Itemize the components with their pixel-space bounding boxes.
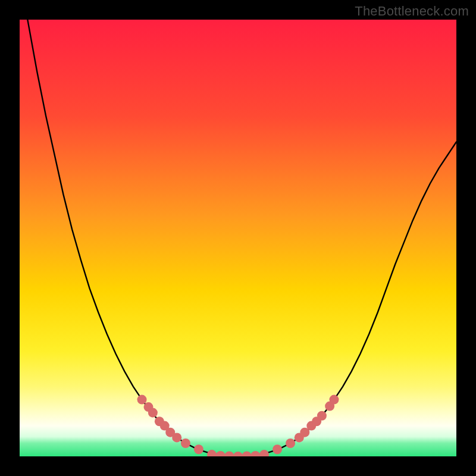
chart-frame: TheBottleneck.com — [0, 0, 476, 476]
data-marker — [329, 395, 339, 405]
watermark-label: TheBottleneck.com — [355, 4, 469, 19]
data-marker — [137, 395, 147, 405]
data-marker — [181, 439, 190, 448]
plot-area — [20, 20, 456, 456]
data-marker — [172, 433, 181, 442]
data-marker — [286, 439, 295, 448]
data-marker — [317, 411, 327, 421]
gradient-background — [20, 20, 456, 456]
data-marker — [148, 408, 158, 418]
plot-svg — [20, 20, 456, 456]
data-marker — [194, 444, 203, 454]
data-marker — [273, 444, 282, 454]
